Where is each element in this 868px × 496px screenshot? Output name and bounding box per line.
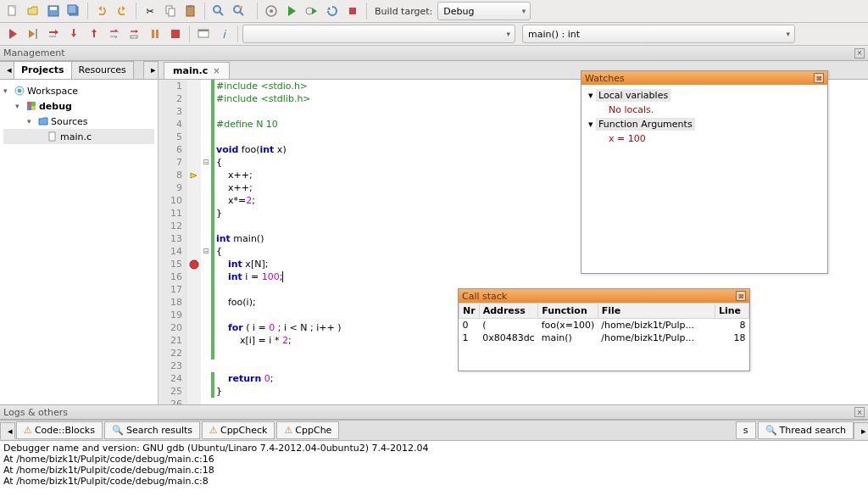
log-tab-search[interactable]: 🔍Search results	[104, 421, 200, 439]
debug-windows-button[interactable]	[194, 25, 213, 43]
watches-local-vars[interactable]: ▾ Local variables	[588, 88, 821, 103]
save-all-button[interactable]	[64, 2, 83, 20]
svg-rect-20	[131, 36, 137, 38]
svg-rect-9	[188, 5, 192, 8]
log-tab-cppcheck1[interactable]: ⚠CppCheck	[202, 421, 275, 439]
callstack-row[interactable]: 0(foo(x=100)/home/bizk1t/Pulp...8	[459, 319, 749, 332]
step-into-instr-button[interactable]	[125, 25, 144, 43]
paste-button[interactable]	[181, 2, 200, 20]
callstack-row[interactable]: 10x80483dcmain()/home/bizk1t/Pulp...18	[459, 332, 749, 344]
watches-panel[interactable]: Watches⊠ ▾ Local variables No locals. ▾ …	[581, 70, 828, 274]
main-toolbar-2: i main() : int	[0, 23, 868, 46]
sidebar: ◂ Projects Resources ▸ ▾ Workspace ▾ deb…	[0, 61, 159, 404]
svg-point-10	[214, 6, 220, 13]
symbol-search-combo[interactable]	[242, 25, 515, 43]
project-tree: ▾ Workspace ▾ debug ▾ Sources main.c	[0, 80, 158, 404]
tree-sources[interactable]: ▾ Sources	[3, 114, 154, 129]
svg-rect-21	[152, 30, 154, 38]
close-tab-icon[interactable]: ×	[213, 66, 220, 75]
tab-scroll-right[interactable]: ▸	[143, 61, 159, 79]
file-tab-main-c[interactable]: main.c×	[164, 62, 230, 79]
management-header: Management ×	[0, 46, 868, 61]
next-instr-button[interactable]	[105, 25, 124, 43]
svg-point-33	[190, 260, 198, 269]
svg-rect-32	[49, 132, 55, 141]
copy-button[interactable]	[161, 2, 180, 20]
svg-line-11	[220, 12, 223, 15]
log-output[interactable]: Debugger name and version: GNU gdb (Ubun…	[0, 441, 868, 496]
logs-panel: ◂ ⚠Code::Blocks 🔍Search results ⚠CppChec…	[0, 420, 868, 496]
log-tab-scroll-left[interactable]: ◂	[0, 422, 15, 439]
svg-rect-28	[27, 102, 31, 106]
callstack-table: Nr Address Function File Line 0(foo(x=10…	[459, 303, 749, 344]
break-button[interactable]	[146, 25, 164, 43]
callstack-close-icon[interactable]: ⊠	[736, 291, 746, 301]
callstack-panel[interactable]: Call stack⊠ Nr Address Function File Lin…	[458, 288, 750, 371]
run-button[interactable]	[282, 2, 301, 20]
next-line-button[interactable]	[44, 25, 63, 43]
sidebar-tabs: ◂ Projects Resources ▸	[0, 61, 158, 80]
svg-line-13	[240, 12, 243, 15]
log-tab-codeblocks[interactable]: ⚠Code::Blocks	[16, 421, 103, 439]
watches-title: Watches	[585, 73, 625, 84]
logs-title: Logs & others	[3, 407, 68, 418]
build-run-button[interactable]	[303, 2, 321, 20]
callstack-title: Call stack	[462, 291, 507, 302]
svg-rect-1	[13, 6, 15, 8]
svg-rect-18	[349, 8, 356, 14]
svg-rect-23	[171, 30, 180, 38]
svg-rect-5	[68, 5, 76, 14]
logs-header: Logs & others ×	[0, 404, 868, 420]
tab-resources[interactable]: Resources	[71, 61, 134, 79]
log-tab-s[interactable]: s	[736, 421, 756, 439]
build-button[interactable]	[262, 2, 281, 20]
replace-button[interactable]	[230, 2, 248, 20]
abort-button[interactable]	[343, 2, 362, 20]
build-target-label: Build target:	[375, 6, 432, 17]
scope-combo[interactable]: main() : int	[522, 25, 795, 43]
save-button[interactable]	[44, 2, 63, 20]
watches-func-args[interactable]: ▾ Function Arguments	[588, 117, 821, 131]
watches-arg1: x = 100	[588, 131, 821, 146]
svg-rect-14	[239, 6, 242, 8]
tree-workspace[interactable]: ▾ Workspace	[3, 83, 154, 98]
step-out-button[interactable]	[85, 25, 103, 43]
svg-rect-29	[31, 102, 36, 106]
svg-rect-31	[31, 106, 36, 110]
management-close-icon[interactable]: ×	[854, 48, 865, 59]
svg-point-17	[306, 8, 313, 14]
run-to-cursor-button[interactable]	[24, 25, 42, 43]
svg-point-27	[18, 89, 22, 93]
tree-project[interactable]: ▾ debug	[3, 98, 154, 114]
svg-rect-3	[50, 7, 57, 10]
logs-close-icon[interactable]: ×	[854, 407, 865, 417]
watches-close-icon[interactable]: ⊠	[814, 73, 824, 83]
log-tabs: ◂ ⚠Code::Blocks 🔍Search results ⚠CppChec…	[0, 421, 868, 441]
info-button[interactable]: i	[214, 25, 233, 43]
stop-button[interactable]	[166, 25, 185, 43]
tab-scroll-left[interactable]: ◂	[0, 61, 14, 79]
svg-rect-30	[27, 106, 31, 110]
watches-no-locals: No locals.	[588, 103, 821, 117]
svg-rect-22	[156, 30, 159, 38]
svg-rect-25	[198, 30, 209, 31]
tab-projects[interactable]: Projects	[14, 61, 72, 79]
open-button[interactable]	[24, 2, 42, 20]
build-target-combo[interactable]: Debug	[437, 2, 531, 20]
new-file-button[interactable]	[3, 2, 22, 20]
log-tab-scroll-right[interactable]: ▸	[854, 422, 868, 439]
management-title: Management	[3, 47, 64, 59]
svg-point-16	[270, 9, 273, 13]
svg-rect-7	[169, 8, 175, 16]
log-tab-thread[interactable]: 🔍Thread search	[758, 421, 854, 439]
cut-button[interactable]: ✂	[141, 2, 159, 20]
tree-file-main-c[interactable]: main.c	[3, 129, 154, 144]
debug-start-button[interactable]	[3, 25, 22, 43]
redo-button[interactable]	[113, 2, 131, 20]
step-into-button[interactable]	[64, 25, 83, 43]
find-button[interactable]	[209, 2, 228, 20]
undo-button[interactable]	[92, 2, 111, 20]
rebuild-button[interactable]	[323, 2, 342, 20]
main-toolbar-1: ✂ Build target: Debug	[0, 0, 868, 23]
log-tab-cppcheck2[interactable]: ⚠CppChe	[276, 421, 339, 439]
